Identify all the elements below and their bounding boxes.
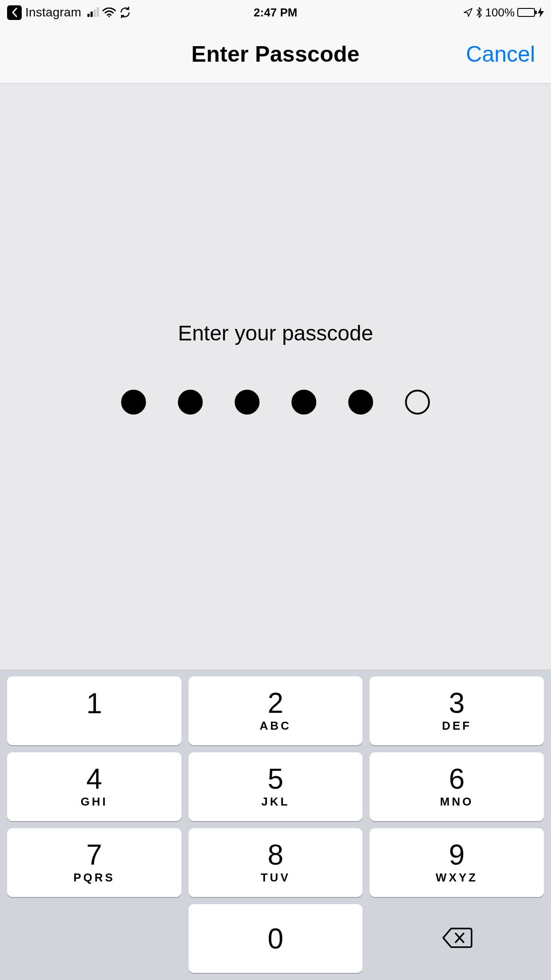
back-to-app-icon[interactable] [7, 5, 22, 20]
key-number: 1 [87, 689, 102, 718]
key-number: 5 [268, 765, 283, 793]
page-title: Enter Passcode [191, 41, 359, 67]
key-letters: TUV [260, 871, 290, 885]
wifi-icon [102, 8, 116, 17]
back-to-app-label[interactable]: Instagram [25, 5, 81, 20]
cancel-button[interactable]: Cancel [466, 41, 535, 67]
key-5[interactable]: 5 JKL [189, 752, 363, 821]
passcode-dot-1 [121, 390, 146, 415]
key-letters: GHI [81, 795, 108, 809]
key-letters: MNO [440, 795, 474, 809]
bluetooth-icon [476, 7, 483, 18]
passcode-dots [121, 390, 430, 415]
key-number: 7 [87, 841, 102, 869]
battery-icon [517, 8, 535, 17]
passcode-dot-5 [348, 390, 373, 415]
key-number: 9 [449, 841, 465, 869]
key-number: 4 [87, 765, 102, 793]
key-number: 0 [268, 925, 283, 953]
key-7[interactable]: 7 PQRS [7, 828, 181, 897]
passcode-dot-4 [291, 390, 316, 415]
key-number: 3 [449, 689, 465, 717]
nav-bar: Enter Passcode Cancel [0, 25, 551, 83]
key-letters: ABC [260, 719, 291, 733]
status-left: Instagram [7, 5, 131, 20]
status-time: 2:47 PM [254, 6, 297, 20]
passcode-dot-6 [405, 390, 430, 415]
key-6[interactable]: 6 MNO [370, 752, 544, 821]
key-number: 8 [268, 841, 283, 869]
key-backspace[interactable] [370, 904, 544, 973]
key-letters: WXYZ [436, 871, 478, 885]
key-3[interactable]: 3 DEF [370, 676, 544, 745]
key-0[interactable]: 0 [189, 904, 363, 973]
key-4[interactable]: 4 GHI [7, 752, 181, 821]
key-spacer [7, 904, 181, 973]
location-icon [463, 8, 473, 17]
key-8[interactable]: 8 TUV [189, 828, 363, 897]
key-9[interactable]: 9 WXYZ [370, 828, 544, 897]
key-letters: PQRS [73, 871, 115, 885]
sync-icon [119, 7, 131, 18]
passcode-dot-2 [178, 390, 203, 415]
passcode-dot-3 [235, 390, 260, 415]
key-letters: JKL [261, 795, 290, 809]
cellular-signal-icon [87, 8, 99, 17]
key-number: 6 [449, 765, 465, 793]
charging-icon [538, 7, 544, 18]
svg-point-0 [108, 16, 110, 17]
status-right: 100% [463, 6, 544, 20]
numeric-keypad: 1 2 ABC 3 DEF 4 GHI 5 JKL 6 MNO 7 PQRS 8… [0, 669, 551, 980]
status-bar: Instagram 2:47 PM [0, 0, 551, 25]
key-letters: DEF [442, 719, 472, 733]
battery-percent: 100% [485, 6, 515, 20]
key-2[interactable]: 2 ABC [189, 676, 363, 745]
passcode-content: Enter your passcode [0, 83, 551, 669]
passcode-prompt: Enter your passcode [178, 321, 373, 345]
backspace-icon [441, 927, 472, 951]
key-number: 2 [268, 689, 283, 717]
key-1[interactable]: 1 [7, 676, 181, 745]
